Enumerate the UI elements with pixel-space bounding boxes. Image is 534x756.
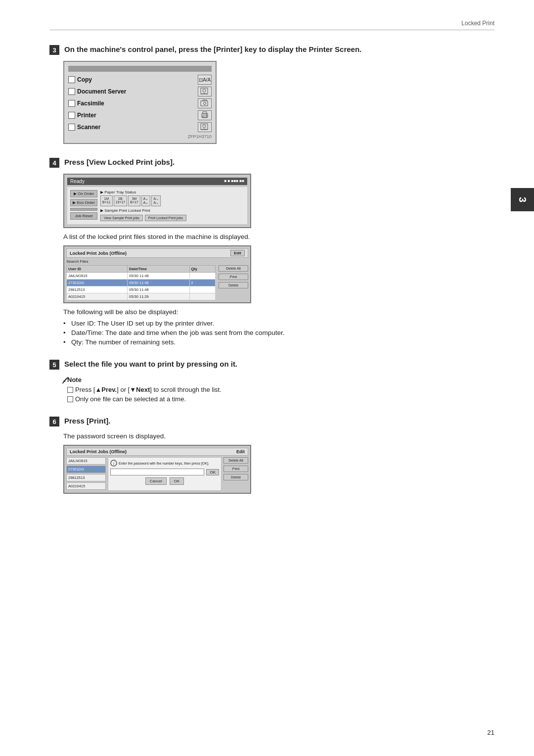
paper-box-4: A⌄A⌄ [141,195,151,206]
menu-left-docserver: Document Server [68,88,126,95]
table-row[interactable]: A0210415 05/30 11:29 [67,293,216,300]
ready-right: ▶ Paper Tray Status 1MB+11 2B15+17 3MB+1… [100,190,244,221]
lj-table: User ID Date/Time Qty JAILNO615 05/30 11… [66,265,216,300]
password-screen: Locked Print Jobs (Offline) Edit JAILNO6… [63,445,251,494]
cell-datetime-3: 05/30 11:48 [128,286,189,293]
svg-rect-2 [201,101,208,106]
cell-datetime-1: 05/30 11:48 [128,273,189,280]
step-5-text: Select the file you want to print by pre… [64,360,237,368]
menu-item-facsimile: Facsimile [68,98,212,108]
section-tab: 3 [511,188,534,211]
step-6-number: 6 [49,417,59,426]
docserver-label: Document Server [77,88,126,95]
ready-content: ▶ On Order ▶ Eco Order Job Reset ▶ Paper… [67,187,247,224]
pw-ok-btn[interactable]: OK [206,469,219,475]
menu-item-copy: Copy ⊡A/A [68,75,212,85]
paper-box-3: 3MB+17 [128,195,140,206]
cell-userid-3: 29812513 [67,286,128,293]
cell-userid-1: JAILNO615 [67,273,128,280]
paper-box-1: 1MB+11 [100,195,113,206]
ready-label: Ready [70,179,85,184]
paper-tray-label: ▶ Paper Tray Status [100,190,244,194]
svg-rect-8 [203,112,207,114]
pw-cancel-btn[interactable]: Cancel [145,477,167,485]
info-icon: i [110,460,117,467]
step-4-number: 4 [49,158,59,168]
pw-close[interactable]: Edit [236,449,245,454]
pw-delete-btn[interactable]: Delete [223,474,248,480]
pw-ok-main-btn[interactable]: OK [170,477,184,485]
copy-checkbox [68,76,75,83]
menu-left-printer: Printer [68,112,96,119]
delete-all-btn[interactable]: Delete All [219,265,248,272]
lj-search-row: Search Files [66,259,248,264]
paper-box-5: A⌄A⌄ [151,195,161,206]
menu-item-printer: Printer [68,110,212,120]
scanner-icon [198,122,212,132]
bullet-3: Qty: The number of remaining sets. [63,338,494,346]
eco-order-btn[interactable]: ▶ Eco Order [70,199,97,206]
step-6: 6 Press [Print]. The password screen is … [49,417,494,494]
pw-print-btn[interactable]: Print [223,466,248,472]
facsimile-icon [198,98,212,108]
menu-left-scanner: Scanner [68,124,100,131]
facsimile-label: Facsimile [77,100,104,107]
on-order-btn[interactable]: ▶ On Order [70,190,97,197]
printer-screen-titlebar [68,66,212,72]
menu-item-scanner: Scanner [68,122,212,132]
pw-list-item-3[interactable]: 29812513 [66,474,106,481]
step-4-text: Press [View Locked Print jobs]. [64,158,175,166]
col-qty: Qty [189,266,216,273]
bullet-list: User ID: The User ID set up by the print… [63,320,494,346]
page-number: 21 [488,729,494,736]
pw-list-item-1[interactable]: JAILNO615 [66,457,106,465]
step-5: 5 Select the file you want to print by p… [49,360,494,403]
note-item-1: Press [▲Prev.] or [▼Next] to scroll thro… [63,386,494,393]
table-row[interactable]: 27301DG 05/30 11:48 2 [67,280,216,286]
view-sample-btn[interactable]: View Sample Print jobs [100,215,143,221]
cell-qty-1 [189,273,216,280]
job-reset-btn[interactable]: Job Reset [70,212,97,220]
note-icon: 𝒻 [63,376,65,384]
blank-btn [70,208,97,211]
scanner-label: Scanner [77,124,100,131]
lj-table-wrap: User ID Date/Time Qty JAILNO615 05/30 11… [66,265,216,300]
page-header-title: Locked Print [461,20,494,27]
top-rule [49,30,494,30]
printer-screen: Copy ⊡A/A Document Server Facsimile [63,61,217,144]
step-3-heading: 3 On the machine's control panel, press … [49,45,494,55]
copy-icon: ⊡A/A [198,75,212,85]
pw-main: i Enter the password with the number key… [108,457,222,491]
docserver-checkbox [68,88,75,95]
ready-left-btns: ▶ On Order ▶ Eco Order Job Reset [70,190,97,221]
pw-input-field[interactable] [110,469,204,475]
delete-btn[interactable]: Delete [219,282,248,288]
pw-list-item-4[interactable]: A0210415 [66,482,106,490]
svg-text:i: i [113,461,114,466]
cell-datetime-2: 05/30 11:48 [128,280,189,286]
paper-box-2: 2B15+17 [114,195,128,206]
pw-left: JAILNO615 27301DG 29812513 A0210415 [66,457,106,491]
screen-caption-3: ZFP1H3710 [68,134,212,139]
note-label: Note [67,376,82,383]
step-6-heading: 6 Press [Print]. [49,417,494,426]
lj-side-btns: Delete All Print Delete [219,265,248,300]
menu-left-facsimile: Facsimile [68,100,104,107]
table-row[interactable]: 29812513 05/30 11:48 [67,286,216,293]
table-row[interactable]: JAILNO615 05/30 11:48 [67,273,216,280]
note-heading: 𝒻 Note [63,376,494,384]
cell-qty-3 [189,286,216,293]
ready-action-btns: View Sample Print jobs Print Locked Prin… [100,215,244,221]
print-locked-btn[interactable]: Print Locked Print jobs [145,215,186,221]
print-btn[interactable]: Print [219,274,248,280]
pw-bottom-btns: Cancel OK [110,477,219,485]
col-datetime: Date/Time [128,266,189,273]
note-item-2: Only one file can be selected at a time. [63,395,494,403]
lj-titlebar: Locked Print Jobs (Offline) Edit [66,248,248,258]
pw-delete-all-btn[interactable]: Delete All [223,457,248,464]
menu-item-docserver: Document Server [68,87,212,96]
pw-titlebar: Locked Print Jobs (Offline) Edit [66,448,248,456]
pw-list-item-2[interactable]: 27301DG [66,466,106,473]
cell-datetime-4: 05/30 11:29 [128,293,189,300]
lj-edit-btn[interactable]: Edit [230,250,245,256]
